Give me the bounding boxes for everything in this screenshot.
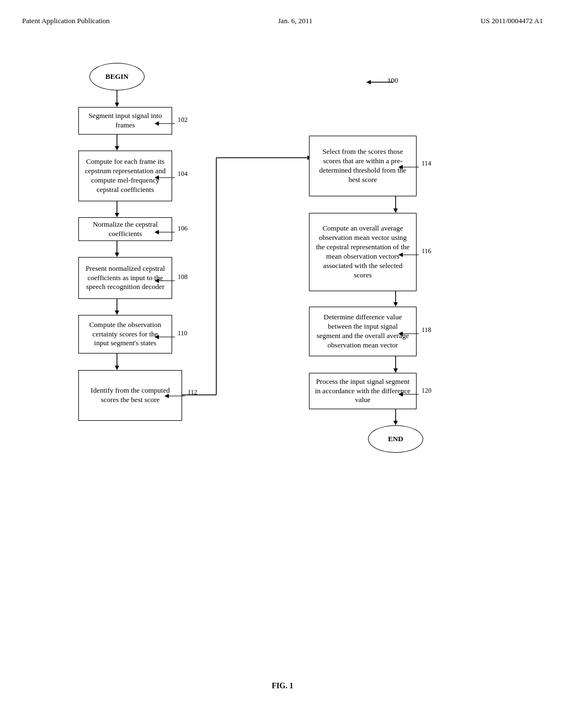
svg-marker-42 bbox=[398, 253, 403, 257]
svg-marker-46 bbox=[398, 392, 403, 397]
svg-marker-9 bbox=[115, 311, 119, 315]
svg-marker-32 bbox=[154, 230, 159, 234]
svg-marker-7 bbox=[115, 253, 119, 257]
svg-marker-17 bbox=[393, 208, 398, 213]
ref-116-arrow bbox=[397, 250, 424, 259]
ref-118-arrow bbox=[397, 329, 424, 338]
ref-108-arrow bbox=[153, 276, 180, 285]
svg-marker-40 bbox=[398, 165, 403, 169]
svg-marker-19 bbox=[393, 302, 398, 307]
svg-marker-38 bbox=[164, 394, 169, 398]
ref-112-arrow bbox=[163, 392, 190, 400]
svg-marker-1 bbox=[115, 103, 119, 107]
fig-label: FIG. 1 bbox=[22, 682, 543, 690]
page: Patent Application Publication Jan. 6, 2… bbox=[0, 0, 565, 728]
ref-102-arrow bbox=[153, 119, 180, 128]
svg-marker-26 bbox=[366, 80, 371, 84]
svg-marker-30 bbox=[154, 175, 159, 180]
ref-110-arrow bbox=[153, 333, 180, 341]
svg-marker-3 bbox=[115, 146, 119, 151]
begin-oval: BEGIN bbox=[89, 63, 145, 90]
svg-marker-23 bbox=[393, 421, 398, 425]
svg-marker-44 bbox=[398, 331, 403, 336]
end-oval: END bbox=[368, 425, 423, 453]
svg-marker-11 bbox=[115, 366, 119, 370]
ref-114-arrow bbox=[397, 163, 424, 172]
arrows-svg bbox=[45, 47, 520, 671]
ref-104-arrow bbox=[153, 173, 180, 182]
header-center: Jan. 6, 2011 bbox=[278, 17, 312, 25]
svg-marker-5 bbox=[115, 213, 119, 217]
label-100-arrow bbox=[360, 74, 404, 90]
svg-marker-34 bbox=[154, 279, 159, 283]
ref-120-arrow bbox=[397, 390, 424, 399]
svg-marker-36 bbox=[154, 335, 159, 339]
ref-106-arrow bbox=[153, 228, 180, 237]
header-right: US 2011/0004472 A1 bbox=[481, 17, 543, 25]
flowchart-diagram: 100 BEGIN Segment input signal into fram… bbox=[45, 47, 520, 671]
svg-marker-28 bbox=[154, 121, 159, 126]
svg-marker-21 bbox=[393, 368, 398, 373]
header-left: Patent Application Publication bbox=[22, 17, 110, 25]
page-header: Patent Application Publication Jan. 6, 2… bbox=[22, 17, 543, 25]
